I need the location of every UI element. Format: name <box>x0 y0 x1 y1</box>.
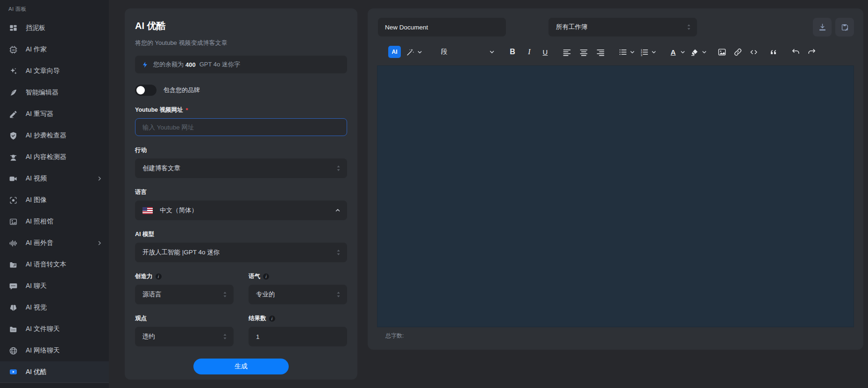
balance-suffix: GPT 4o 迷你字 <box>199 60 240 69</box>
align-center-button[interactable] <box>579 46 588 58</box>
speech-to-text-icon <box>8 260 18 269</box>
url-label: Youtube 视频网址 * <box>135 106 347 114</box>
bullet-list-button[interactable] <box>618 46 635 58</box>
page-subtitle: 将您的 Youtube 视频变成博客文章 <box>135 39 347 47</box>
chat-icon <box>8 281 18 291</box>
align-right-button[interactable] <box>596 46 605 58</box>
quote-icon <box>769 48 778 57</box>
download-button[interactable] <box>813 18 832 36</box>
sidebar-item[interactable]: AI 优酷 <box>0 361 109 383</box>
undo-icon <box>791 48 800 57</box>
lightning-icon <box>142 61 149 68</box>
text-color-icon: A <box>669 46 678 58</box>
sidebar-item[interactable]: AI 文章向导 <box>0 60 109 82</box>
sidebar-item[interactable]: 智能编辑器 <box>0 82 109 103</box>
results-count-input[interactable] <box>249 327 347 346</box>
select-arrows-icon <box>687 24 691 30</box>
sidebar-item[interactable]: AI 重写器 <box>0 103 109 125</box>
model-select[interactable]: 开放人工智能 |GPT 4o 迷你 <box>135 243 347 262</box>
align-center-icon <box>579 48 588 57</box>
blockquote-button[interactable] <box>768 46 778 58</box>
pencil-icon <box>8 109 18 119</box>
video-icon <box>8 174 18 183</box>
required-asterisk: * <box>186 107 188 114</box>
bullet-list-icon <box>618 46 627 58</box>
undo-button[interactable] <box>791 46 800 58</box>
paragraph-format-select[interactable]: 段 <box>441 48 495 56</box>
language-value: 中文（简体） <box>160 206 335 215</box>
balance-prefix: 您的余额为 <box>153 60 184 69</box>
text-color-button[interactable]: A <box>669 46 685 58</box>
numbered-list-button[interactable]: 123 <box>640 46 656 58</box>
select-arrows-icon <box>223 333 227 340</box>
insert-image-button[interactable] <box>717 46 726 58</box>
us-flag-icon <box>142 207 153 214</box>
magic-wand-button[interactable] <box>406 46 422 58</box>
language-label: 语言 <box>135 188 347 196</box>
sidebar-item-label: AI 作家 <box>26 45 47 54</box>
sidebar-item[interactable]: AI 视觉 <box>0 297 109 318</box>
numbered-list-icon: 123 <box>640 46 649 58</box>
sidebar-item[interactable]: AI 画外音 <box>0 232 109 254</box>
select-arrows-icon <box>223 291 227 298</box>
tone-select[interactable]: 专业的 <box>249 285 347 304</box>
sidebar-item-label: AI 视觉 <box>26 303 47 312</box>
pov-value: 违约 <box>142 332 223 341</box>
sidebar-item-label: AI 语音转文本 <box>26 260 66 269</box>
svg-text:AI: AI <box>12 48 14 51</box>
bold-button[interactable]: B <box>508 46 517 58</box>
word-count: 总字数: <box>377 332 854 340</box>
editor-panel: 所有工作簿 AI 段 B I U <box>368 8 863 350</box>
model-label: AI 模型 <box>135 230 347 238</box>
workbook-value: 所有工作簿 <box>556 23 687 31</box>
tone-value: 专业的 <box>256 290 336 299</box>
align-left-icon <box>562 48 571 57</box>
sidebar-item-label: AI 重写器 <box>26 110 53 118</box>
shield-icon <box>8 131 18 140</box>
sparkles-icon <box>8 66 18 76</box>
align-left-button[interactable] <box>562 46 571 58</box>
highlighter-icon <box>690 46 699 58</box>
ai-tools-button[interactable]: AI <box>388 46 401 58</box>
insert-link-button[interactable] <box>733 46 742 58</box>
sidebar-item[interactable]: AI 内容检测器 <box>0 146 109 168</box>
youtube-icon <box>8 367 18 377</box>
sidebar-item[interactable]: AI 文件聊天 <box>0 318 109 340</box>
code-button[interactable] <box>749 46 758 58</box>
generate-button[interactable]: 生成 <box>193 359 289 374</box>
italic-button[interactable]: I <box>525 46 534 58</box>
creativity-select[interactable]: 源语言 <box>135 285 234 304</box>
sidebar-item[interactable]: AI 聊天 <box>0 275 109 297</box>
language-select[interactable]: 中文（简体） <box>135 201 347 220</box>
sidebar-item[interactable]: AI 语音转文本 <box>0 254 109 275</box>
youtube-url-input[interactable] <box>135 118 347 136</box>
sidebar-item[interactable]: AIAI 作家 <box>0 39 109 60</box>
sidebar-item[interactable]: 挡泥板 <box>0 17 109 39</box>
select-arrows-icon <box>336 291 341 298</box>
sidebar-menu: 挡泥板AIAI 作家AI 文章向导智能编辑器AI 重写器AI 抄袭检查器AI 内… <box>0 17 109 383</box>
results-label: 结果数 i <box>249 315 347 323</box>
download-icon <box>818 23 827 32</box>
underline-button[interactable]: U <box>541 46 550 58</box>
pov-select[interactable]: 违约 <box>135 327 234 346</box>
save-button[interactable] <box>835 18 854 36</box>
word-count-label: 总字数: <box>385 332 404 339</box>
sidebar-item-label: 智能编辑器 <box>26 88 58 97</box>
sidebar-item[interactable]: AI 照相馆 <box>0 211 109 232</box>
sidebar-item[interactable]: AI 图像 <box>0 189 109 211</box>
action-select[interactable]: 创建博客文章 <box>135 158 347 178</box>
sidebar-item[interactable]: AI 网络聊天 <box>0 340 109 361</box>
magic-wand-icon <box>406 46 415 58</box>
sidebar-item[interactable]: AI 视频 <box>0 168 109 189</box>
workbook-select[interactable]: 所有工作簿 <box>548 18 697 36</box>
redo-button[interactable] <box>807 46 816 58</box>
model-value: 开放人工智能 |GPT 4o 迷你 <box>142 248 336 257</box>
brand-toggle-label: 包含您的品牌 <box>164 86 200 94</box>
brand-toggle[interactable] <box>135 85 157 96</box>
highlight-color-button[interactable] <box>690 46 707 58</box>
document-title-input[interactable] <box>378 18 506 36</box>
sidebar-item[interactable]: AI 抄袭检查器 <box>0 125 109 146</box>
chevron-down-icon <box>630 50 635 55</box>
balance-amount: 400 <box>185 61 196 68</box>
editor-content-area[interactable] <box>377 65 854 327</box>
